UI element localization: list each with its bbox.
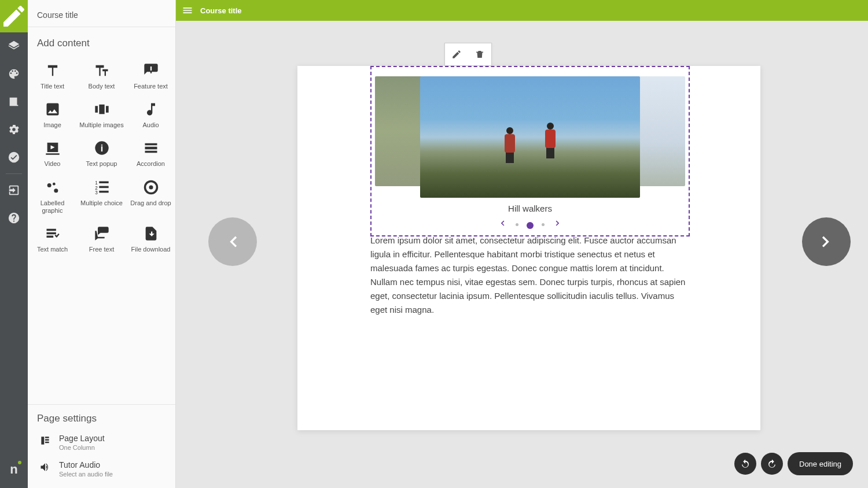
carousel-dot[interactable] [516,223,518,226]
svg-point-12 [149,185,153,189]
page-next-button[interactable] [802,217,851,266]
setting-tutor-audio[interactable]: Tutor Audio Select an audio file [37,456,166,482]
content-audio[interactable]: Audio [126,97,175,132]
pencil-icon [0,2,28,30]
text-match-icon [44,225,61,242]
svg-rect-6 [99,181,108,183]
carousel-slide-current[interactable] [420,76,640,198]
page-settings-heading: Page settings [37,413,166,429]
title-text-icon [44,62,61,79]
chevron-left-icon [222,231,244,253]
page-prev-button[interactable] [208,217,257,266]
labelled-graphic-icon [44,179,61,195]
content-label: Drag and drop [130,199,171,207]
carousel-prev-button[interactable] [497,218,507,231]
redo-button[interactable] [761,453,783,475]
content-label: Multiple choice [80,199,123,207]
content-label: Labelled graphic [30,199,75,215]
hiker-figure [542,123,559,158]
rail-theme-button[interactable] [0,60,28,88]
svg-text:i: i [100,143,103,153]
help-icon [8,212,20,224]
accordion-icon [142,140,160,156]
carousel-dot-active[interactable] [527,222,534,229]
chevron-right-icon [553,218,563,228]
content-file-download[interactable]: File download [126,221,175,257]
rail-exit-button[interactable] [0,176,28,204]
gear-icon [8,123,20,136]
content-label: Text popup [86,160,117,168]
content-accordion[interactable]: Accordion [126,136,175,171]
rail-settings-button[interactable] [0,116,28,143]
content-label: Audio [142,121,159,129]
feature-text-icon [142,62,160,79]
rail-resources-button[interactable] [0,88,28,116]
rail-help-button[interactable] [0,204,28,232]
rail-edit-button[interactable] [0,0,28,32]
canvas-area: Hill walkers Lorem ipsum dolor sit amet,… [176,21,868,488]
svg-point-4 [53,182,56,185]
logo-n-icon: n [10,462,17,477]
rail-logo[interactable]: n [0,456,28,483]
rail-layers-button[interactable] [0,32,28,60]
palette-icon [8,68,20,80]
content-image[interactable]: Image [28,97,77,132]
content-label: File download [131,246,171,253]
component-toolbar [444,43,492,66]
multiple-images-icon [93,101,111,117]
undo-icon [740,459,751,469]
chevron-right-icon [815,231,837,253]
rail-check-button[interactable] [0,143,28,171]
content-label: Text match [37,246,68,253]
content-free-text[interactable]: Free text [77,221,126,257]
nav-rail: n [0,0,28,488]
body-text-component[interactable]: Lorem ipsum dolor sit amet, consectetur … [370,234,690,317]
book-icon [8,95,20,108]
text-popup-icon: i [93,140,111,156]
carousel-next-button[interactable] [553,218,563,231]
content-label: Body text [89,83,115,90]
setting-subtitle: One Column [59,444,105,451]
hiker-figure [501,127,518,163]
redo-icon [767,459,777,469]
setting-subtitle: Select an audio file [59,471,113,478]
multiple-choice-icon: 123 [93,179,111,195]
content-text-popup[interactable]: iText popup [77,136,126,171]
carousel-dot[interactable] [542,223,545,226]
content-label: Image [43,121,61,129]
setting-page-layout[interactable]: Page Layout One Column [37,429,166,456]
content-label: Title text [41,83,64,90]
content-labelled-graphic[interactable]: Labelled graphic [28,175,77,218]
content-multiple-images[interactable]: Multiple images [77,97,126,132]
speaker-icon [39,461,51,473]
content-label: Multiple images [79,121,123,129]
content-label: Feature text [134,83,168,90]
content-title-text[interactable]: Title text [28,58,77,94]
component-edit-button[interactable] [445,43,468,66]
undo-button[interactable] [734,453,756,475]
done-editing-button[interactable]: Done editing [788,452,853,475]
content-types-grid: Title text Body text Feature text Image … [28,55,175,264]
audio-icon [142,101,160,117]
content-video[interactable]: Video [28,136,77,171]
setting-title: Tutor Audio [59,460,113,469]
component-delete-button[interactable] [468,43,491,66]
content-drag-drop[interactable]: Drag and drop [126,175,175,218]
content-feature-text[interactable]: Feature text [126,58,175,94]
content-text-match[interactable]: Text match [28,221,77,257]
content-multiple-choice[interactable]: 123Multiple choice [77,175,126,218]
multiple-images-component[interactable]: Hill walkers [370,66,690,236]
preview-topbar: Course title [176,0,868,21]
svg-point-2 [47,183,51,187]
trash-icon [475,49,485,60]
pencil-icon [451,49,462,60]
svg-point-3 [54,188,58,193]
carousel-caption: Hill walkers [372,204,689,213]
setting-title: Page Layout [59,434,105,443]
layers-icon [8,40,20,53]
svg-rect-10 [99,190,108,193]
editor-actions: Done editing [734,452,853,475]
menu-icon[interactable] [182,5,193,16]
content-body-text[interactable]: Body text [77,58,126,94]
free-text-icon [93,225,111,242]
